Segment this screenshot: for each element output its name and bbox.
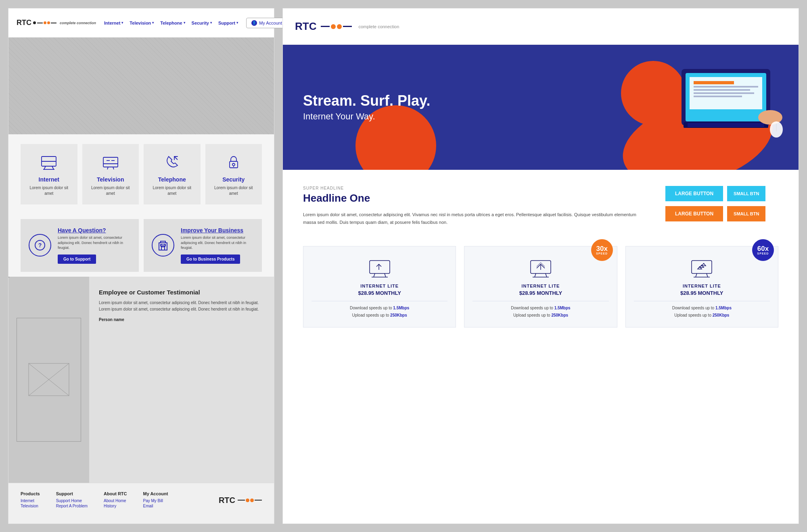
cta-business-content: Improve Your Business Lorem ipsum dolor … (181, 227, 254, 264)
user-icon: 👤 (251, 20, 257, 26)
building-icon (152, 234, 174, 257)
svg-rect-27 (694, 81, 734, 84)
footer-report-link[interactable]: Report A Problem (56, 504, 88, 508)
badge-60x-number: 60x (757, 245, 769, 252)
service-cards: Internet Lorem ipsum dolor sit amet Tele… (21, 144, 262, 204)
large-blue-button-1[interactable]: LARGE BUTTON (665, 186, 723, 201)
badge-60x-label: SPEED (757, 252, 769, 255)
pricing-spec-2: Download speeds up to 1.5Mbps Upload spe… (472, 305, 608, 319)
badge-30x-label: SPEED (596, 252, 608, 255)
svg-text:?: ? (38, 242, 42, 248)
security-card-title: Security (212, 176, 256, 183)
footer-television-link[interactable]: Television (21, 504, 40, 508)
nav-links: Internet ▾ Television ▾ Telephone ▾ Secu… (104, 21, 238, 25)
footer-about-title: About RTC (104, 491, 127, 496)
features-body: Lorem ipsum dolor sit amet, consectetur … (303, 211, 649, 226)
telephone-icon (150, 152, 194, 172)
internet-icon (27, 152, 71, 172)
footer-logo-area: RTC (219, 491, 262, 509)
internet-card-title: Internet (27, 176, 71, 183)
nav-television[interactable]: Television ▾ (130, 21, 154, 25)
large-orange-button-1[interactable]: LARGE BUTTON (665, 206, 723, 221)
download-speed-1: 1.5Mbps (393, 306, 409, 310)
svg-point-12 (232, 163, 235, 166)
footer-paybill-link[interactable]: Pay My Bill (143, 499, 168, 503)
badge-30x-number: 30x (596, 245, 607, 252)
svg-rect-28 (694, 86, 758, 88)
pricing-plan-1: INTERNET LITE (312, 284, 447, 288)
pricing-card-1: INTERNET LITE $28.95 MONTHLY Download sp… (303, 246, 456, 328)
go-to-support-button[interactable]: Go to Support (58, 255, 96, 264)
nav-internet[interactable]: Internet ▾ (104, 21, 123, 25)
service-section: Internet Lorem ipsum dolor sit amet Tele… (8, 134, 274, 214)
cta-business: Improve Your Business Lorem ipsum dolor … (144, 219, 262, 272)
pricing-divider-3 (634, 301, 770, 301)
svg-line-50 (696, 273, 697, 277)
service-card-telephone[interactable]: Telephone Lorem ipsum dolor sit amet (144, 144, 201, 204)
go-to-business-button[interactable]: Go to Business Products (181, 255, 240, 264)
footer-internet-link[interactable]: Internet (21, 499, 40, 503)
right-hero: Stream. Surf. Play. Internet Your Way. (283, 45, 799, 170)
hero-placeholder (8, 38, 274, 134)
footer-support-home-link[interactable]: Support Home (56, 499, 88, 503)
nav-telephone[interactable]: Telephone ▾ (160, 21, 185, 25)
btn-row-2: LARGE BUTTON SMALL BTN (665, 206, 778, 221)
pricing-price-3: $28.95 MONTHLY (634, 290, 770, 296)
svg-rect-32 (684, 122, 768, 128)
svg-rect-38 (773, 112, 776, 122)
internet-card-desc: Lorem ipsum dolor sit amet (27, 185, 71, 196)
pricing-spec-3: Download speeds up to 1.5Mbps Upload spe… (634, 305, 770, 319)
television-icon (89, 152, 133, 172)
svg-line-1 (44, 166, 46, 169)
svg-rect-18 (161, 247, 165, 250)
right-panel: RTC complete connection Stream. Surf. Pl… (282, 8, 799, 524)
pricing-divider-1 (312, 301, 447, 301)
right-logo-icon (321, 24, 352, 29)
cta-business-desc: Lorem ipsum dolor sit amet, consectetur … (181, 235, 254, 250)
service-card-internet[interactable]: Internet Lorem ipsum dolor sit amet (21, 144, 77, 204)
footer-cols: Products Internet Television Support Sup… (21, 491, 262, 509)
hero-banner (8, 38, 274, 134)
hero-headline: Stream. Surf. Play. (303, 93, 430, 109)
testimonial-content: Employee or Customer Testimonial Lorem i… (89, 277, 274, 483)
testimonial-image (8, 277, 89, 483)
left-panel: RTC complete connection Internet ▾ Telev… (8, 8, 274, 524)
service-card-security[interactable]: Security Lorem ipsum dolor sit amet (205, 144, 262, 204)
service-card-television[interactable]: Television Lorem ipsum dolor sit amet (82, 144, 139, 204)
pricing-price-2: $28.95 MONTHLY (472, 290, 608, 296)
logo-text: RTC (17, 19, 31, 27)
upload-speed-1: 250Kbps (390, 313, 407, 317)
svg-rect-41 (370, 261, 390, 273)
question-icon: ? (29, 234, 51, 257)
download-speed-2: 1.5Mbps (554, 306, 571, 310)
logo-dots (33, 21, 56, 24)
features-section: SUPER HEADLINE Headline One Lorem ipsum … (283, 170, 799, 242)
svg-rect-19 (161, 244, 162, 246)
footer-email-link[interactable]: Email (143, 504, 168, 508)
small-orange-button-1[interactable]: SMALL BTN (727, 206, 765, 221)
footer-products-title: Products (21, 491, 40, 496)
image-placeholder-x (8, 277, 89, 483)
footer-col-products: Products Internet Television (21, 491, 40, 509)
small-blue-button-1[interactable]: SMALL BTN (727, 186, 765, 201)
pricing-plan-3: INTERNET LITE (634, 284, 770, 288)
svg-rect-36 (764, 113, 767, 122)
right-nav: RTC complete connection (283, 8, 799, 45)
svg-rect-29 (694, 89, 750, 91)
hero-laptop-illustration (673, 53, 786, 143)
nav-support[interactable]: Support ▾ (218, 21, 238, 25)
svg-line-43 (385, 273, 386, 277)
testimonial-person: Person name (99, 317, 264, 322)
svg-rect-37 (769, 111, 772, 122)
cta-support-content: Have A Question? Lorem ipsum dolor sit a… (58, 227, 131, 264)
svg-rect-30 (694, 92, 754, 94)
logo-dash (37, 21, 56, 24)
nav-security[interactable]: Security ▾ (192, 21, 212, 25)
svg-line-47 (546, 273, 547, 277)
footer-about-home-link[interactable]: About Home (104, 499, 127, 503)
television-card-title: Television (89, 176, 133, 183)
footer-history-link[interactable]: History (104, 504, 127, 508)
right-tagline: complete connection (358, 24, 399, 29)
right-logo-text: RTC (295, 20, 316, 33)
svg-line-42 (374, 273, 375, 277)
